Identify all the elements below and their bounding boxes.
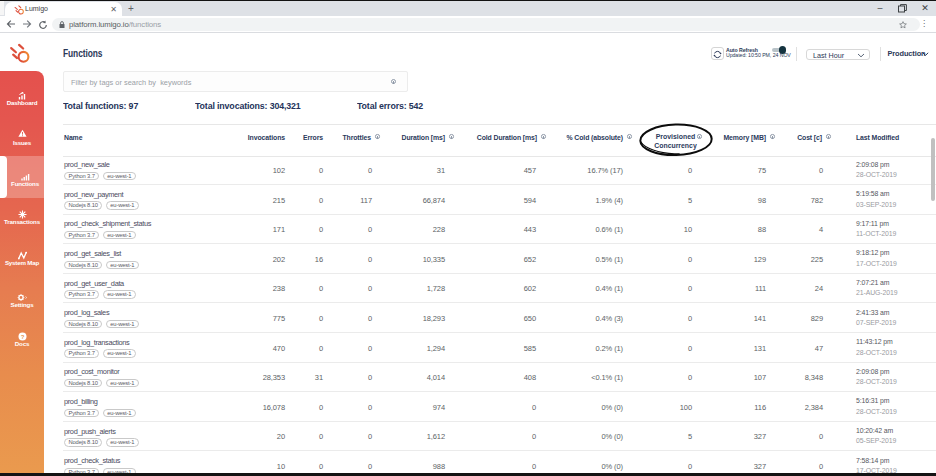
svg-text:?: ? xyxy=(20,333,24,339)
